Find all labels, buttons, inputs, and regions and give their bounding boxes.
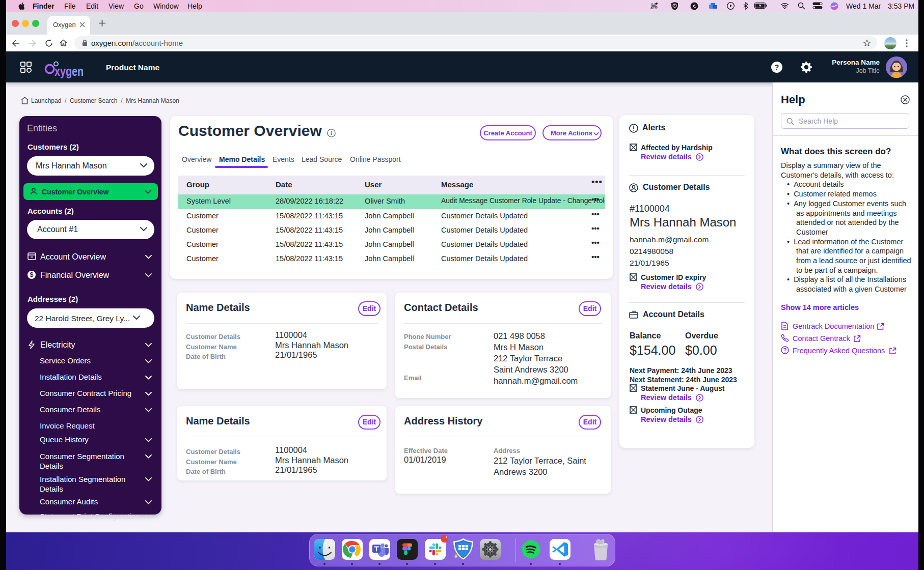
svg-text:$: $ [30,271,34,278]
svg-text:xygen: xygen [55,64,84,79]
